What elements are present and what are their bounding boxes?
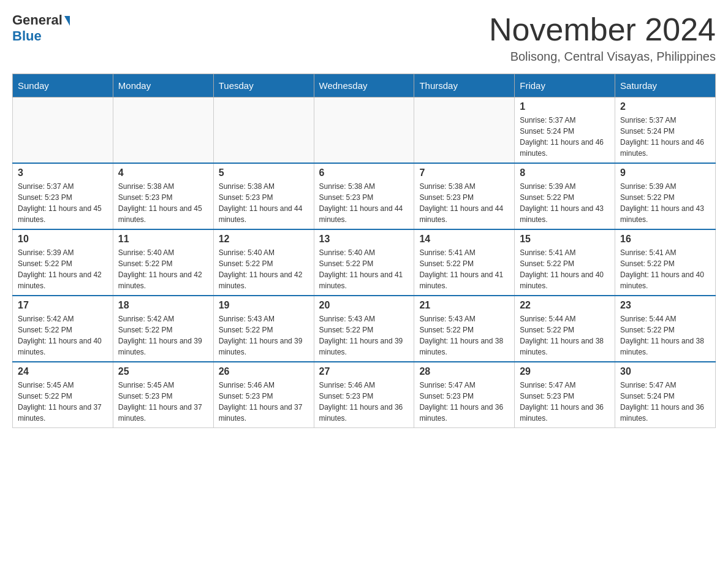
day-number: 13 [319,234,409,245]
calendar-day-header: Wednesday [314,74,414,98]
day-info: Sunrise: 5:41 AM Sunset: 5:22 PM Dayligh… [520,247,610,291]
day-info: Sunrise: 5:38 AM Sunset: 5:23 PM Dayligh… [319,181,409,225]
day-info: Sunrise: 5:39 AM Sunset: 5:22 PM Dayligh… [520,181,610,225]
calendar-cell: 26Sunrise: 5:46 AM Sunset: 5:23 PM Dayli… [213,362,314,428]
day-info: Sunrise: 5:44 AM Sunset: 5:22 PM Dayligh… [620,313,710,358]
day-info: Sunrise: 5:37 AM Sunset: 5:24 PM Dayligh… [620,115,710,159]
day-number: 24 [18,366,108,377]
calendar-cell: 11Sunrise: 5:40 AM Sunset: 5:22 PM Dayli… [113,229,213,296]
calendar-cell: 30Sunrise: 5:47 AM Sunset: 5:24 PM Dayli… [615,362,716,428]
calendar-day-header: Monday [113,74,213,98]
calendar-cell: 5Sunrise: 5:38 AM Sunset: 5:23 PM Daylig… [213,163,314,229]
day-info: Sunrise: 5:40 AM Sunset: 5:22 PM Dayligh… [319,247,409,291]
day-number: 26 [219,366,309,377]
day-number: 19 [219,300,309,311]
day-info: Sunrise: 5:39 AM Sunset: 5:22 PM Dayligh… [620,181,710,225]
calendar-day-header: Tuesday [213,74,314,98]
day-number: 7 [419,167,509,178]
calendar-cell: 28Sunrise: 5:47 AM Sunset: 5:23 PM Dayli… [414,362,515,428]
day-number: 6 [319,167,409,178]
calendar-day-header: Sunday [13,74,113,98]
day-number: 2 [620,101,710,112]
day-number: 14 [419,234,509,245]
calendar-week-row: 3Sunrise: 5:37 AM Sunset: 5:23 PM Daylig… [13,163,716,229]
calendar-week-row: 24Sunrise: 5:45 AM Sunset: 5:22 PM Dayli… [13,362,716,428]
day-info: Sunrise: 5:46 AM Sunset: 5:23 PM Dayligh… [319,380,409,424]
calendar-day-header: Friday [515,74,615,98]
logo-general-text: General [12,12,63,28]
day-info: Sunrise: 5:40 AM Sunset: 5:22 PM Dayligh… [219,247,309,291]
day-info: Sunrise: 5:43 AM Sunset: 5:22 PM Dayligh… [419,313,509,358]
calendar-cell: 19Sunrise: 5:43 AM Sunset: 5:22 PM Dayli… [213,296,314,362]
title-section: November 2024 Bolisong, Central Visayas,… [489,12,716,64]
day-number: 8 [520,167,610,178]
day-number: 12 [219,234,309,245]
day-info: Sunrise: 5:47 AM Sunset: 5:23 PM Dayligh… [520,380,610,424]
day-number: 16 [620,234,710,245]
calendar-week-row: 17Sunrise: 5:42 AM Sunset: 5:22 PM Dayli… [13,296,716,362]
day-number: 15 [520,234,610,245]
calendar-cell: 12Sunrise: 5:40 AM Sunset: 5:22 PM Dayli… [213,229,314,296]
calendar-cell: 25Sunrise: 5:45 AM Sunset: 5:23 PM Dayli… [113,362,213,428]
day-number: 23 [620,300,710,311]
calendar-cell: 9Sunrise: 5:39 AM Sunset: 5:22 PM Daylig… [615,163,716,229]
day-info: Sunrise: 5:42 AM Sunset: 5:22 PM Dayligh… [118,313,208,358]
day-number: 17 [18,300,108,311]
calendar-cell: 14Sunrise: 5:41 AM Sunset: 5:22 PM Dayli… [414,229,515,296]
day-info: Sunrise: 5:44 AM Sunset: 5:22 PM Dayligh… [520,313,610,358]
calendar-cell: 1Sunrise: 5:37 AM Sunset: 5:24 PM Daylig… [515,98,615,164]
calendar-day-header: Saturday [615,74,716,98]
calendar-cell: 22Sunrise: 5:44 AM Sunset: 5:22 PM Dayli… [515,296,615,362]
calendar-cell: 20Sunrise: 5:43 AM Sunset: 5:22 PM Dayli… [314,296,414,362]
calendar-cell: 10Sunrise: 5:39 AM Sunset: 5:22 PM Dayli… [13,229,113,296]
calendar-week-row: 1Sunrise: 5:37 AM Sunset: 5:24 PM Daylig… [13,98,716,164]
calendar-cell: 16Sunrise: 5:41 AM Sunset: 5:22 PM Dayli… [615,229,716,296]
day-number: 22 [520,300,610,311]
calendar-cell [314,98,414,164]
calendar-cell: 8Sunrise: 5:39 AM Sunset: 5:22 PM Daylig… [515,163,615,229]
day-info: Sunrise: 5:43 AM Sunset: 5:22 PM Dayligh… [319,313,409,358]
day-info: Sunrise: 5:37 AM Sunset: 5:23 PM Dayligh… [18,181,108,225]
page-header: General Blue November 2024 Bolisong, Cen… [12,12,716,64]
day-number: 18 [118,300,208,311]
day-number: 25 [118,366,208,377]
day-info: Sunrise: 5:45 AM Sunset: 5:23 PM Dayligh… [118,380,208,424]
calendar-cell: 6Sunrise: 5:38 AM Sunset: 5:23 PM Daylig… [314,163,414,229]
day-number: 29 [520,366,610,377]
day-number: 4 [118,167,208,178]
calendar-cell: 4Sunrise: 5:38 AM Sunset: 5:23 PM Daylig… [113,163,213,229]
day-number: 20 [319,300,409,311]
calendar-cell: 27Sunrise: 5:46 AM Sunset: 5:23 PM Dayli… [314,362,414,428]
calendar-cell: 23Sunrise: 5:44 AM Sunset: 5:22 PM Dayli… [615,296,716,362]
calendar-cell: 3Sunrise: 5:37 AM Sunset: 5:23 PM Daylig… [13,163,113,229]
calendar-cell: 17Sunrise: 5:42 AM Sunset: 5:22 PM Dayli… [13,296,113,362]
day-info: Sunrise: 5:40 AM Sunset: 5:22 PM Dayligh… [118,247,208,291]
calendar-cell [213,98,314,164]
day-info: Sunrise: 5:47 AM Sunset: 5:24 PM Dayligh… [620,380,710,424]
day-info: Sunrise: 5:47 AM Sunset: 5:23 PM Dayligh… [419,380,509,424]
day-number: 3 [18,167,108,178]
calendar-cell: 15Sunrise: 5:41 AM Sunset: 5:22 PM Dayli… [515,229,615,296]
day-number: 21 [419,300,509,311]
page-subtitle: Bolisong, Central Visayas, Philippines [489,50,716,64]
day-number: 1 [520,101,610,112]
day-info: Sunrise: 5:38 AM Sunset: 5:23 PM Dayligh… [118,181,208,225]
day-number: 27 [319,366,409,377]
calendar-cell: 21Sunrise: 5:43 AM Sunset: 5:22 PM Dayli… [414,296,515,362]
day-info: Sunrise: 5:43 AM Sunset: 5:22 PM Dayligh… [219,313,309,358]
calendar-cell: 7Sunrise: 5:38 AM Sunset: 5:23 PM Daylig… [414,163,515,229]
logo: General Blue [12,12,70,44]
calendar-day-header: Thursday [414,74,515,98]
day-number: 10 [18,234,108,245]
day-number: 11 [118,234,208,245]
calendar-cell [113,98,213,164]
calendar-cell: 13Sunrise: 5:40 AM Sunset: 5:22 PM Dayli… [314,229,414,296]
day-info: Sunrise: 5:41 AM Sunset: 5:22 PM Dayligh… [620,247,710,291]
calendar-cell: 2Sunrise: 5:37 AM Sunset: 5:24 PM Daylig… [615,98,716,164]
calendar-cell: 24Sunrise: 5:45 AM Sunset: 5:22 PM Dayli… [13,362,113,428]
page-title: November 2024 [489,12,716,47]
calendar-cell: 18Sunrise: 5:42 AM Sunset: 5:22 PM Dayli… [113,296,213,362]
day-number: 9 [620,167,710,178]
day-info: Sunrise: 5:42 AM Sunset: 5:22 PM Dayligh… [18,313,108,358]
day-number: 5 [219,167,309,178]
